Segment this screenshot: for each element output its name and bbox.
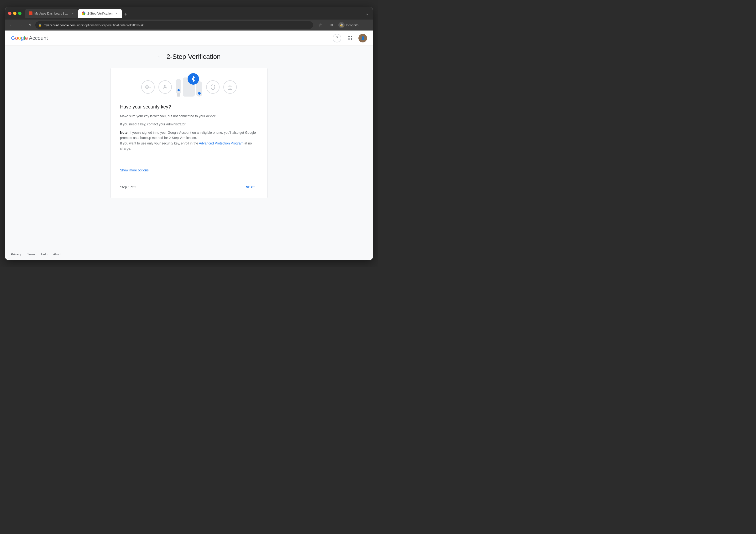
svg-point-10 <box>147 87 148 88</box>
note-label: Note: <box>120 131 129 135</box>
footer-privacy-link[interactable]: Privacy <box>11 252 21 256</box>
svg-point-8 <box>351 39 352 40</box>
svg-rect-12 <box>150 87 150 88</box>
logo-e: e <box>25 35 28 41</box>
key-circle-icon <box>141 80 155 94</box>
main-content: ← 2-Step Verification <box>5 46 373 249</box>
title-bar: My Apps Dashboard | GitLab ✕ 2-Step Veri… <box>5 7 373 19</box>
google-account-header: Google Account ? <box>5 31 373 46</box>
forward-button[interactable]: → <box>17 22 24 28</box>
svg-point-6 <box>348 39 349 40</box>
url-text: myaccount.google.com/signinoptions/two-s… <box>44 23 144 27</box>
footer-about-link[interactable]: About <box>53 252 61 256</box>
tab-2sv-close[interactable]: ✕ <box>115 12 118 15</box>
favicon-google <box>82 12 85 15</box>
bluetooth-circle <box>188 73 199 85</box>
footer-terms-link[interactable]: Terms <box>27 252 35 256</box>
next-button[interactable]: NEXT <box>243 183 258 191</box>
google-logo: Google Account <box>11 35 48 41</box>
lock-icon: 🔒 <box>38 23 42 27</box>
usb-key-2 <box>196 81 202 96</box>
advanced-protection-link[interactable]: Advanced Protection Program <box>199 141 243 145</box>
close-traffic-light[interactable] <box>8 12 12 15</box>
help-icon-button[interactable]: ? <box>333 34 341 42</box>
url-bar[interactable]: 🔒 myaccount.google.com/signinoptions/two… <box>35 21 313 29</box>
svg-point-16 <box>230 88 230 89</box>
security-keys-group <box>176 77 202 96</box>
svg-point-3 <box>348 38 349 38</box>
svg-point-2 <box>351 36 352 37</box>
note-body-2: If you want to use only your security ke… <box>120 141 199 145</box>
card-body-2: If you need a key, contact your administ… <box>120 122 258 127</box>
card-body-1: Make sure your key is with you, but not … <box>120 114 258 119</box>
new-tab-button[interactable]: + <box>122 11 129 18</box>
url-host: myaccount.google.com <box>44 23 76 27</box>
tab-gitlab-close[interactable]: ✕ <box>71 12 74 15</box>
account-text: Account <box>29 35 48 41</box>
svg-point-1 <box>349 36 350 37</box>
note-body: If you're signed in to your Google Accou… <box>120 131 256 140</box>
card-footer: Step 1 of 3 NEXT <box>120 179 258 191</box>
usb-connector-1 <box>177 93 180 96</box>
page-content: Google Account ? <box>5 31 373 260</box>
fullscreen-traffic-light[interactable] <box>18 12 21 15</box>
user-avatar[interactable]: 👤 <box>359 34 367 42</box>
incognito-badge: 🕵 Incognito <box>338 22 359 28</box>
bookmark-icon[interactable]: ☆ <box>315 20 325 30</box>
logo-g: G <box>11 35 15 41</box>
card-note: Note: If you're signed in to your Google… <box>120 130 258 151</box>
tab-list: My Apps Dashboard | GitLab ✕ 2-Step Veri… <box>25 9 364 18</box>
lock-circle-icon <box>223 80 237 94</box>
logo-o2: o <box>18 35 21 41</box>
svg-point-7 <box>349 39 350 40</box>
split-view-icon[interactable]: ⧉ <box>327 20 337 30</box>
tab-area-controls: ⌄ <box>365 11 370 16</box>
logo-g2: g <box>21 35 24 41</box>
address-bar: ← → ↻ 🔒 myaccount.google.com/signinoptio… <box>5 19 373 31</box>
tab-dropdown-icon[interactable]: ⌄ <box>365 11 369 16</box>
header-right-controls: ? 👤 <box>333 33 367 43</box>
minimize-traffic-light[interactable] <box>13 12 16 15</box>
traffic-lights <box>8 12 21 15</box>
tab-gitlab-title: My Apps Dashboard | GitLab <box>34 12 69 15</box>
step-label: Step 1 of 3 <box>120 185 136 189</box>
bluetooth-icon <box>191 76 196 82</box>
incognito-label: Incognito <box>346 23 359 27</box>
footer-help-link[interactable]: Help <box>41 252 47 256</box>
usb-dot-1 <box>177 89 180 91</box>
apps-grid-icon <box>347 36 352 40</box>
fob-dot <box>198 92 201 95</box>
chrome-menu-icon[interactable]: ⋮ <box>360 20 370 30</box>
phone-device <box>183 77 195 96</box>
svg-point-0 <box>348 36 349 37</box>
tab-gitlab[interactable]: My Apps Dashboard | GitLab ✕ <box>25 9 78 18</box>
refresh-button[interactable]: ↻ <box>26 22 33 28</box>
logo-o1: o <box>15 35 18 41</box>
svg-point-5 <box>351 38 352 38</box>
svg-point-13 <box>164 85 166 87</box>
page-title-row: ← 2-Step Verification <box>157 53 221 61</box>
url-path: /signinoptions/two-step-verification/enr… <box>76 23 144 27</box>
address-bar-right: ☆ ⧉ 🕵 Incognito ⋮ <box>315 20 370 30</box>
favicon-gitlab <box>29 12 33 15</box>
tab-2sv[interactable]: 2-Step Verification ✕ <box>78 9 122 18</box>
page-back-button[interactable]: ← <box>157 54 163 60</box>
incognito-icon: 🕵 <box>338 22 345 28</box>
security-key-card: Have your security key? Make sure your k… <box>110 68 268 198</box>
page-title: 2-Step Verification <box>166 53 221 61</box>
card-heading: Have your security key? <box>120 104 258 110</box>
tab-2sv-title: 2-Step Verification <box>87 12 113 15</box>
show-more-options-link[interactable]: Show more options <box>120 154 258 172</box>
security-key-illustration <box>120 77 258 96</box>
back-button[interactable]: ← <box>8 22 15 28</box>
svg-point-4 <box>349 38 350 38</box>
usb-key-1 <box>176 79 181 96</box>
browser-window: My Apps Dashboard | GitLab ✕ 2-Step Veri… <box>5 7 373 260</box>
google-apps-button[interactable] <box>345 33 355 43</box>
fob-body <box>196 81 202 96</box>
person-circle-icon <box>158 80 172 94</box>
page-footer: Privacy Terms Help About <box>5 249 373 260</box>
shield-circle-icon <box>206 80 220 94</box>
usb-body-1 <box>176 79 181 93</box>
